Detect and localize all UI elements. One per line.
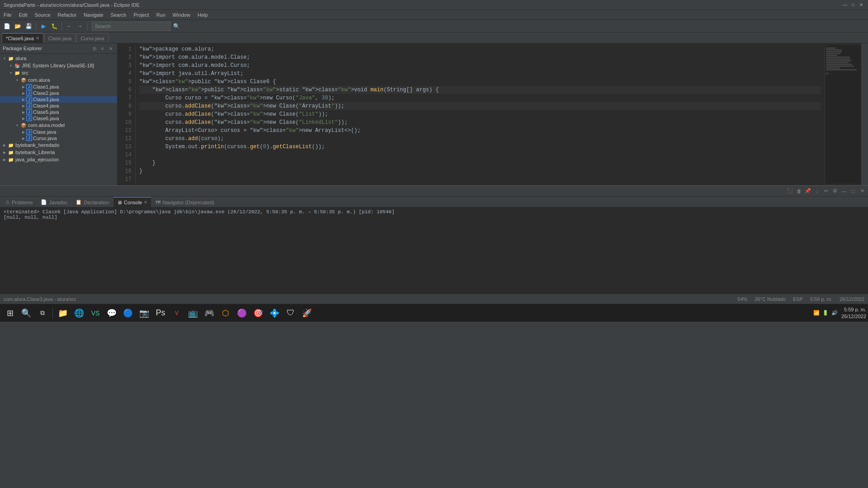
line-number-10: 10 (121, 118, 132, 127)
tree-item-com_alura_model[interactable]: ▾📦com.alura.model (0, 122, 117, 129)
tree-label: Curso.java (33, 136, 57, 141)
taskbar-app1[interactable]: 🔵 (120, 305, 136, 321)
pkg-close[interactable]: ✕ (107, 45, 114, 52)
menu-item-navigate[interactable]: Navigate (80, 10, 107, 19)
tree-item-clase2_java[interactable]: ▶JClase2.java (0, 90, 117, 96)
content-area: Package Explorer ⊟ ≡ ✕ ▾📁alura▾📚JRE Syst… (0, 43, 868, 185)
taskbar-vegas[interactable]: V (169, 305, 185, 321)
taskbar-photoshop[interactable]: Ps (152, 305, 169, 321)
tree-item-clase5_java[interactable]: ▶JClase5.java (0, 109, 117, 115)
code-content[interactable]: "kw">package com.alura;"kw">import com.a… (136, 45, 825, 183)
bottom-tab-console[interactable]: 🖥Console✕ (113, 197, 151, 207)
toolbar-run[interactable]: ▶ (38, 21, 48, 31)
console-close-panel[interactable]: ✕ (858, 187, 866, 195)
taskbar-start[interactable]: ⊞ (2, 305, 18, 321)
bottom-tab-close[interactable]: ✕ (144, 200, 147, 205)
console-minimize[interactable]: — (840, 187, 848, 195)
taskbar-sep (52, 308, 53, 319)
tree-item-bytebank_heredado[interactable]: ▶📁bytebank_heredado (0, 141, 117, 149)
tree-label: Clase2.java (33, 90, 59, 96)
toolbar-new[interactable]: 📄 (2, 21, 12, 31)
taskbar-app3[interactable]: 📺 (185, 305, 201, 321)
console-clear[interactable]: 🗑 (795, 187, 803, 195)
tree-item-clase4_java[interactable]: ▶JClase4.java (0, 103, 117, 109)
maximize-button[interactable]: □ (850, 2, 856, 8)
toolbar-back[interactable]: ← (64, 21, 74, 31)
taskbar-app8[interactable]: 🛡 (283, 305, 299, 321)
menu-item-refactor[interactable]: Refactor (54, 10, 80, 19)
status-right: 54% 26°C Nublado ESP 5:59 p. m. 26/12/20… (737, 296, 864, 302)
code-area[interactable]: 1234567891011121314151617 "kw">package c… (118, 43, 861, 185)
toolbar-search-icon[interactable]: 🔍 (171, 21, 181, 31)
menu-item-source[interactable]: Source (31, 10, 54, 19)
taskbar-app9[interactable]: 🚀 (299, 305, 315, 321)
tab-close-*Clase6.java[interactable]: ✕ (36, 36, 39, 41)
console-wrap[interactable]: ↩ (822, 187, 830, 195)
tree-item-clase3_java[interactable]: ▶JClase3.java (0, 96, 117, 103)
menu-item-window[interactable]: Window (169, 10, 194, 19)
line-number-11: 11 (121, 127, 132, 135)
tree-item-com_alura[interactable]: ▾📦com.alura (0, 76, 117, 84)
tree-arrow: ▾ (14, 123, 20, 127)
editor-tab-clasejava[interactable]: Clase.java (44, 33, 75, 43)
console-maximize[interactable]: □ (849, 187, 857, 195)
bottom-tab-javadoc[interactable]: 📄Javadoc (37, 197, 71, 207)
taskbar-discord[interactable]: 💬 (104, 305, 120, 321)
menu-item-edit[interactable]: Edit (15, 10, 31, 19)
code-line-14 (139, 151, 821, 159)
tree-item-alura[interactable]: ▾📁alura (0, 55, 117, 62)
editor-tab-clase6java[interactable]: *Clase6.java✕ (2, 33, 43, 43)
taskbar-files[interactable]: 📁 (55, 305, 71, 321)
taskbar-app5[interactable]: 🟣 (234, 305, 250, 321)
taskbar-vscode[interactable]: VS (87, 305, 104, 321)
console-pin[interactable]: 📌 (804, 187, 812, 195)
taskbar-steam[interactable]: 🎮 (201, 305, 217, 321)
code-line-9: curso.addClase("kw">class="kw">new Clase… (139, 110, 821, 118)
bottom-tab-problems[interactable]: ⚠Problems (2, 197, 36, 207)
console-settings[interactable]: ⚙ (831, 187, 839, 195)
code-line-12: cursos.add(curso); (139, 135, 821, 143)
line-number-4: 4 (121, 70, 132, 78)
pkg-collapse[interactable]: ⊟ (91, 45, 98, 52)
toolbar-debug[interactable]: 🐛 (49, 21, 59, 31)
tree-item-java_pila_ejecucion[interactable]: ▶📁java_pila_ejecucion (0, 156, 117, 163)
menu-item-file[interactable]: File (0, 10, 15, 19)
line-number-16: 16 (121, 167, 132, 175)
close-button[interactable]: ✕ (858, 2, 864, 8)
pkg-menu[interactable]: ≡ (99, 45, 106, 52)
console-stop[interactable]: ⬛ (786, 187, 794, 195)
tree-icon: J (26, 129, 32, 135)
toolbar-save[interactable]: 💾 (24, 21, 33, 31)
tree-icon: J (26, 90, 32, 96)
editor-tab-cursojava[interactable]: Curso.java (76, 33, 108, 43)
menu-item-project[interactable]: Project (130, 10, 152, 19)
status-bar: com.alura.Clase3.java - alura/src 54% 26… (0, 294, 868, 304)
taskbar-app2[interactable]: 📷 (136, 305, 152, 321)
code-line-7: Curso curso = "kw">class="kw">new Curso(… (139, 94, 821, 102)
toolbar-open[interactable]: 📂 (13, 21, 23, 31)
tree-item-curso_java[interactable]: ▶JCurso.java (0, 135, 117, 141)
taskbar-taskview[interactable]: ⧉ (34, 305, 51, 321)
toolbar-forward[interactable]: → (75, 21, 85, 31)
taskbar-app7[interactable]: 💠 (266, 305, 283, 321)
taskbar-browser[interactable]: 🌐 (71, 305, 87, 321)
tree-item-clase6_java[interactable]: ▶JClase6.java (0, 115, 117, 122)
taskbar-app4[interactable]: ⬡ (217, 305, 234, 321)
bottom-tab-declaration[interactable]: 📋Declaration (72, 197, 113, 207)
tree-arrow: ▶ (21, 104, 26, 108)
tree-item-src[interactable]: ▾📁src (0, 69, 117, 76)
menu-item-run[interactable]: Run (153, 10, 169, 19)
tree-item-clase1_java[interactable]: ▶JClase1.java (0, 84, 117, 90)
tree-item-bytebank_libreria[interactable]: ▶📁bytebank_Libreria (0, 149, 117, 156)
tree-item-clase_java[interactable]: ▶JClase.java (0, 129, 117, 135)
code-line-11: ArrayList<Curso> cursos = "kw">class="kw… (139, 127, 821, 135)
menu-item-search[interactable]: Search (107, 10, 130, 19)
taskbar-app6[interactable]: 🎯 (250, 305, 266, 321)
tree-item-jre_system_library__javase_18_[interactable]: ▾📚JRE System Library [JavaSE-18] (0, 62, 117, 69)
console-scroll[interactable]: ↓ (813, 187, 821, 195)
taskbar-search[interactable]: 🔍 (18, 305, 34, 321)
menu-item-help[interactable]: Help (194, 10, 212, 19)
search-input[interactable] (95, 23, 167, 29)
minimize-button[interactable]: — (842, 2, 848, 8)
bottom-tab-navigatordeprecated[interactable]: 🗺Navigator (Deprecated) (152, 197, 217, 207)
